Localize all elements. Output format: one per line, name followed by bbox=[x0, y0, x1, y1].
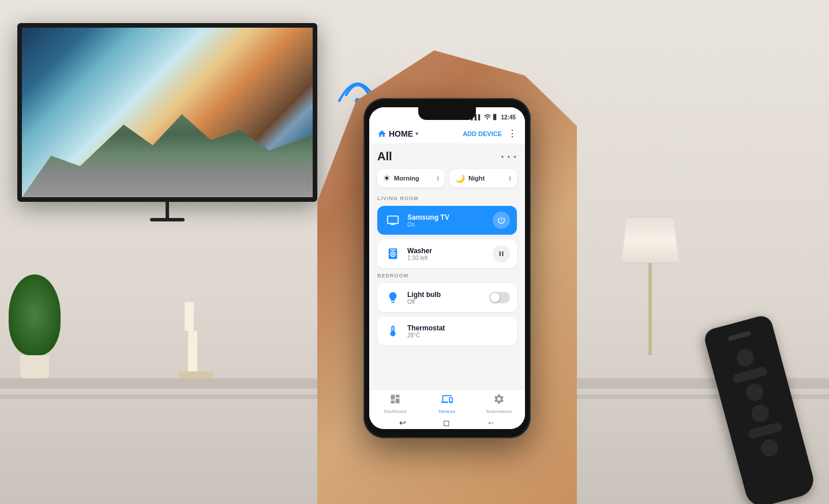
remote-btn-1 bbox=[735, 347, 756, 368]
nav-automations[interactable]: Automations bbox=[473, 393, 525, 414]
light-bulb-name: Light bulb bbox=[407, 291, 489, 299]
samsung-tv-card[interactable]: Samsung TV On bbox=[377, 206, 517, 235]
plant-leaves bbox=[9, 274, 61, 355]
samsung-tv-info: Samsung TV On bbox=[407, 213, 493, 228]
phone-screen: ▌▌▌ ▊ 12:45 HOME ▾ bbox=[369, 107, 525, 429]
scene-morning-button[interactable]: ☀ Morning ℹ bbox=[377, 169, 445, 187]
washer-status: 1:30 left bbox=[407, 255, 493, 261]
wifi-icon bbox=[484, 114, 491, 121]
all-row: All • • • bbox=[377, 150, 517, 163]
morning-info-icon: ℹ bbox=[437, 175, 439, 182]
remote-btn-3 bbox=[744, 382, 766, 403]
phone-notch bbox=[418, 107, 476, 120]
remote-btn-2 bbox=[732, 366, 768, 384]
tv-stand bbox=[166, 202, 169, 218]
phone-bottom-bar: ↩ ◻ ← bbox=[369, 416, 525, 429]
time-display: 12:45 bbox=[501, 114, 516, 121]
header-actions: ADD DEVICE ⋮ bbox=[463, 128, 517, 139]
light-bulb-status: Off bbox=[407, 299, 489, 305]
devices-nav-label: Devices bbox=[439, 409, 455, 414]
light-bulb-card[interactable]: Light bulb Off bbox=[377, 283, 517, 312]
bottom-nav: Dashboard Devices Automations bbox=[369, 389, 525, 416]
thermostat-device-icon bbox=[387, 325, 399, 337]
candle-2 bbox=[188, 331, 197, 353]
more-options-icon[interactable]: ⋮ bbox=[508, 128, 517, 139]
dashboard-nav-icon bbox=[389, 393, 401, 408]
all-title: All bbox=[377, 150, 392, 163]
svg-point-1 bbox=[487, 118, 488, 119]
washer-pause-button[interactable] bbox=[493, 245, 510, 262]
living-room-label: LIVING ROOM bbox=[377, 195, 517, 201]
tv-device-icon bbox=[387, 214, 399, 227]
samsung-tv-status: On bbox=[407, 221, 493, 228]
washer-card[interactable]: Washer 1:30 left bbox=[377, 239, 517, 268]
washer-info: Washer 1:30 left bbox=[407, 247, 493, 261]
night-info-icon: ℹ bbox=[509, 175, 511, 182]
add-device-button[interactable]: ADD DEVICE bbox=[463, 130, 502, 137]
tv-container bbox=[17, 23, 317, 219]
washer-name: Washer bbox=[407, 247, 493, 255]
thermostat-icon-wrap bbox=[384, 322, 402, 340]
samsung-tv-name: Samsung TV bbox=[407, 213, 493, 221]
washer-device-icon bbox=[387, 247, 399, 260]
candles bbox=[185, 302, 197, 378]
home-title-group[interactable]: HOME ▾ bbox=[377, 129, 418, 138]
recents-button[interactable]: ↩ bbox=[399, 418, 406, 427]
back-button[interactable]: ← bbox=[487, 418, 495, 427]
tv-icon-wrap bbox=[384, 212, 402, 229]
night-icon: 🌙 bbox=[455, 174, 465, 183]
plant bbox=[6, 274, 63, 378]
bedroom-label: BEDROOM bbox=[377, 273, 517, 279]
home-label: HOME bbox=[389, 129, 413, 138]
phone-device: ▌▌▌ ▊ 12:45 HOME ▾ bbox=[363, 98, 531, 438]
thermostat-name: Thermostat bbox=[407, 324, 498, 332]
candle-1 bbox=[185, 302, 194, 331]
tv-frame bbox=[17, 23, 317, 202]
lamp-pole bbox=[648, 263, 652, 355]
automations-nav-label: Automations bbox=[486, 409, 512, 414]
morning-icon: ☀ bbox=[383, 174, 391, 183]
dropdown-arrow-icon: ▾ bbox=[415, 130, 418, 137]
nav-devices[interactable]: Devices bbox=[421, 393, 473, 414]
toggle-knob bbox=[490, 293, 500, 302]
morning-label: Morning bbox=[394, 175, 419, 182]
battery-icon: ▊ bbox=[493, 114, 497, 120]
lamp-shade bbox=[621, 217, 679, 263]
bulb-icon-wrap bbox=[384, 289, 402, 306]
scenes-row: ☀ Morning ℹ 🌙 Night ℹ bbox=[377, 169, 517, 187]
scene-night-button[interactable]: 🌙 Night ℹ bbox=[449, 169, 517, 187]
light-bulb-info: Light bulb Off bbox=[407, 291, 489, 305]
candle-plate bbox=[179, 371, 213, 378]
thermostat-status: 28°C bbox=[407, 332, 498, 338]
remote-btn-4 bbox=[749, 403, 771, 424]
app-content: All • • • ☀ Morning ℹ 🌙 Night bbox=[369, 144, 525, 389]
section-more-icon[interactable]: • • • bbox=[501, 152, 517, 161]
remote-btn-6 bbox=[759, 437, 780, 458]
lamp bbox=[616, 217, 685, 378]
thermostat-card[interactable]: Thermostat 28°C bbox=[377, 317, 517, 345]
tv-base bbox=[150, 218, 185, 221]
nav-dashboard[interactable]: Dashboard bbox=[369, 393, 421, 414]
remote-btn-5 bbox=[747, 422, 783, 439]
remote-speaker bbox=[727, 331, 751, 341]
plant-pot bbox=[20, 355, 49, 378]
devices-nav-icon bbox=[441, 393, 453, 408]
bulb-device-icon bbox=[387, 291, 399, 304]
dashboard-nav-label: Dashboard bbox=[384, 409, 406, 414]
thermostat-info: Thermostat 28°C bbox=[407, 324, 498, 338]
light-bulb-toggle[interactable] bbox=[489, 292, 510, 303]
app-header: HOME ▾ ADD DEVICE ⋮ bbox=[369, 123, 525, 144]
home-button[interactable]: ◻ bbox=[443, 418, 450, 427]
night-label: Night bbox=[468, 175, 485, 182]
tv-screen bbox=[22, 28, 313, 197]
home-icon bbox=[377, 129, 387, 138]
svg-point-2 bbox=[392, 253, 395, 256]
washer-icon-wrap bbox=[384, 245, 402, 262]
automations-nav-icon bbox=[493, 393, 505, 408]
tv-power-button[interactable] bbox=[493, 212, 510, 229]
